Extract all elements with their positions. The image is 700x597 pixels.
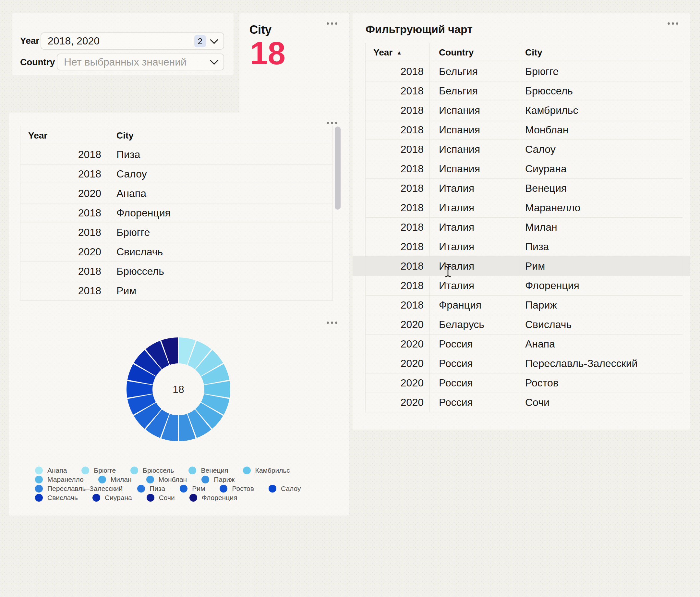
legend-item-Венеция[interactable]: Венеция xyxy=(189,467,228,474)
column-header-city[interactable]: City xyxy=(107,126,333,145)
legend-item-Свислачь[interactable]: Свислачь xyxy=(35,494,78,502)
cell: Ростов xyxy=(519,373,683,393)
legend-item-Флоренция[interactable]: Флоренция xyxy=(190,494,238,502)
legend-label: Сиурана xyxy=(105,494,132,502)
legend-item-Анапа[interactable]: Анапа xyxy=(35,467,67,474)
legend-item-Салоу[interactable]: Салоу xyxy=(269,485,301,493)
table-row[interactable]: 2018БельгияБрюгге xyxy=(366,62,683,81)
text-cursor-icon xyxy=(444,266,452,277)
legend-label: Салоу xyxy=(281,485,301,493)
table-row[interactable]: 2020РоссияПереславль-Залесский xyxy=(366,354,683,373)
more-menu-icon[interactable] xyxy=(327,22,338,25)
table-row[interactable]: 2018ИталияВенеция xyxy=(366,179,683,198)
filter-chart-table: Year▲CountryCity2018БельгияБрюгге2018Бел… xyxy=(365,43,683,413)
cell: Италия xyxy=(430,276,519,296)
legend-item-Монблан[interactable]: Монблан xyxy=(146,476,187,483)
table-row[interactable]: 2018Флоренция xyxy=(20,203,333,223)
year-filter-select[interactable]: 2018, 2020 2 xyxy=(41,32,224,50)
table-header-row: Year▲CountryCity xyxy=(366,43,683,62)
legend-color-dot xyxy=(81,467,89,474)
legend-item-Рим[interactable]: Рим xyxy=(180,485,205,493)
table-row[interactable]: 2020Свислачь xyxy=(20,242,333,262)
table-row[interactable]: 2018Брюгге xyxy=(20,223,333,242)
cell: 2018 xyxy=(366,140,430,159)
legend-color-dot xyxy=(269,485,276,493)
table-row[interactable]: 2018ИталияПиза xyxy=(366,237,683,257)
vertical-scrollbar[interactable] xyxy=(335,127,341,209)
table-row[interactable]: 2018ИталияМаранелло xyxy=(366,198,683,218)
table-row[interactable]: 2018ИталияФлоренция xyxy=(366,276,683,296)
country-filter-label: Country xyxy=(20,58,55,67)
legend-item-Милан[interactable]: Милан xyxy=(98,476,132,483)
legend-color-dot xyxy=(35,476,43,483)
legend-label: Пиза xyxy=(150,485,165,493)
legend-item-Пиза[interactable]: Пиза xyxy=(137,485,165,493)
table-row[interactable]: 2018ИспанияСалоу xyxy=(366,140,683,159)
cell: Переславль-Залесский xyxy=(519,354,683,373)
table-row[interactable]: 2018БельгияБрюссель xyxy=(366,81,683,101)
cell: Милан xyxy=(519,218,683,237)
legend-label: Переславль–Залесский xyxy=(47,485,123,493)
legend-label: Анапа xyxy=(47,467,67,474)
legend-color-dot xyxy=(190,494,197,502)
legend-color-dot xyxy=(243,467,251,474)
country-filter-placeholder: Нет выбранных значений xyxy=(64,56,186,68)
legend-item-Переславль–Залесский[interactable]: Переславль–Залесский xyxy=(35,485,123,493)
table-row[interactable]: 2018Салоу xyxy=(20,165,333,184)
more-menu-icon[interactable] xyxy=(327,122,338,124)
cell: Брюгге xyxy=(519,62,683,81)
table-row[interactable]: 2020РоссияСочи xyxy=(366,393,683,413)
chevron-down-icon xyxy=(210,56,218,65)
table-row[interactable]: 2018Рим xyxy=(20,281,333,301)
column-header-year[interactable]: Year▲ xyxy=(366,43,430,62)
table-row[interactable]: 2018Брюссель xyxy=(20,262,333,281)
cell: Рим xyxy=(107,281,333,301)
legend-color-dot xyxy=(146,476,154,483)
cell: Италия xyxy=(430,218,519,237)
cell: 2018 xyxy=(366,296,430,315)
cell: Сочи xyxy=(519,393,683,413)
table-row[interactable]: 2018ИспанияМонблан xyxy=(366,120,683,140)
legend-item-Париж[interactable]: Париж xyxy=(201,476,234,483)
cell: Франция xyxy=(430,296,519,315)
legend-item-Маранелло[interactable]: Маранелло xyxy=(35,476,84,483)
cell: Испания xyxy=(430,140,519,159)
cell: 2018 xyxy=(366,81,430,101)
cell: 2020 xyxy=(20,184,107,203)
cell: Камбрильс xyxy=(519,101,683,120)
indicator-title: City xyxy=(249,23,272,37)
column-header-year[interactable]: Year xyxy=(20,126,107,145)
table-row[interactable]: 2020РоссияРостов xyxy=(366,373,683,393)
cell: 2020 xyxy=(20,242,107,262)
more-menu-icon[interactable] xyxy=(668,22,678,25)
cell: Анапа xyxy=(107,184,333,203)
cell: Италия xyxy=(430,237,519,257)
cell: 2018 xyxy=(366,62,430,81)
legend-item-Брюгге[interactable]: Брюгге xyxy=(81,467,116,474)
legend-item-Брюссель[interactable]: Брюссель xyxy=(130,467,174,474)
cell: 2018 xyxy=(20,145,107,165)
table-row[interactable]: 2018ИталияМилан xyxy=(366,218,683,237)
column-header-country[interactable]: Country xyxy=(430,43,519,62)
table-row[interactable]: 2020РоссияАнапа xyxy=(366,334,683,354)
cell: Италия xyxy=(430,198,519,218)
table-row[interactable]: 2020Анапа xyxy=(20,184,333,203)
table-row[interactable]: 2018ФранцияПариж xyxy=(366,296,683,315)
table-row[interactable]: 2018ИспанияКамбрильс xyxy=(366,101,683,120)
table-row[interactable]: 2020БеларусьСвислачь xyxy=(366,315,683,334)
legend-item-Ростов[interactable]: Ростов xyxy=(220,485,254,493)
country-filter-select[interactable]: Нет выбранных значений xyxy=(57,53,224,70)
column-header-city[interactable]: City xyxy=(519,43,683,62)
table-row[interactable]: 2018ИспанияСиурана xyxy=(366,159,683,179)
table-row-highlighted[interactable]: 2018ИталияРим xyxy=(366,257,683,276)
cell: 2018 xyxy=(20,203,107,223)
legend-item-Сиурана[interactable]: Сиурана xyxy=(93,494,132,502)
more-menu-icon[interactable] xyxy=(327,322,338,324)
donut-chart[interactable]: 18 xyxy=(126,338,230,441)
cell: Италия xyxy=(430,257,519,276)
legend-item-Камбрильс[interactable]: Камбрильс xyxy=(243,467,290,474)
legend-item-Сочи[interactable]: Сочи xyxy=(147,494,175,502)
table-row[interactable]: 2018Пиза xyxy=(20,145,333,165)
legend-label: Свислачь xyxy=(47,494,78,502)
cell: 2018 xyxy=(20,165,107,184)
